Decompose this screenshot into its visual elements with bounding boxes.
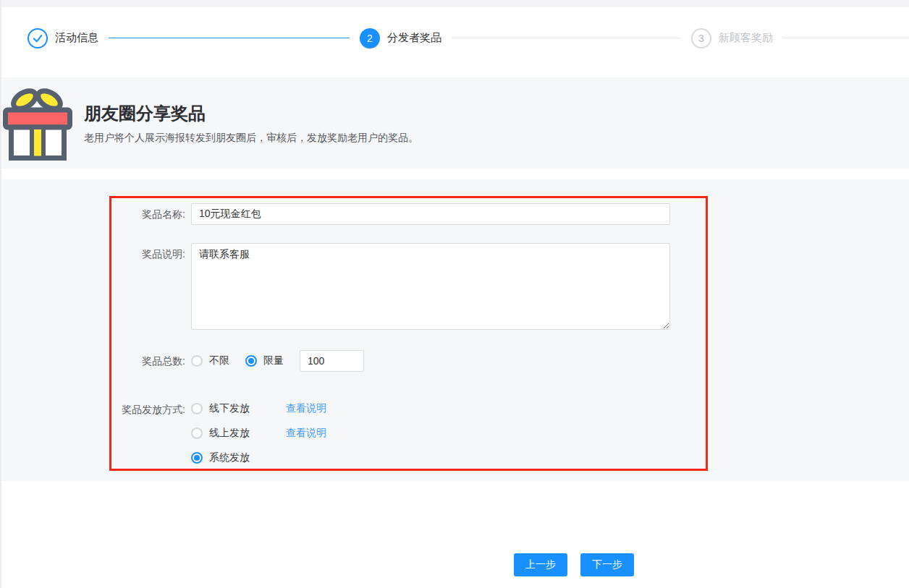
section-divider: [0, 169, 909, 179]
gift-icon: [3, 85, 72, 161]
next-step-button[interactable]: 下一步: [580, 553, 634, 576]
radio-label: 线上发放: [209, 427, 250, 440]
limit-quantity-input[interactable]: [300, 350, 364, 372]
prize-desc-textarea[interactable]: 请联系客服: [191, 243, 670, 330]
radio-option-unlimited[interactable]: 不限: [191, 354, 229, 367]
prize-desc-row: 奖品说明: 请联系客服: [111, 243, 706, 330]
prize-name-label: 奖品名称:: [111, 203, 185, 225]
radio-option-online[interactable]: 线上发放: [191, 427, 250, 440]
prize-total-row: 奖品总数: 不限 限量: [111, 350, 706, 372]
online-help-link[interactable]: 查看说明: [286, 427, 326, 440]
step-new-customer-reward: 3 新顾客奖励: [691, 28, 773, 48]
radio-checked-icon[interactable]: [245, 355, 257, 367]
step-active-circle: 2: [360, 28, 380, 48]
radio-label: 限量: [263, 354, 284, 367]
radio-icon[interactable]: [191, 427, 203, 439]
step-pending-circle: 3: [691, 28, 711, 48]
page-title: 朋友圈分享奖品: [84, 102, 418, 125]
radio-label: 不限: [209, 354, 229, 367]
highlighted-form-area: 奖品名称: 奖品说明: 请联系客服 奖品总数: 不限 限量: [109, 196, 708, 471]
delivery-option-online: 线上发放 查看说明: [191, 423, 326, 443]
step-activity-info: 活动信息: [28, 28, 98, 48]
delivery-method-label: 奖品发放方式:: [111, 399, 185, 420]
step-label: 分发者奖品: [387, 31, 441, 45]
step-connector-tail: [783, 38, 909, 38]
step-done-circle: [28, 28, 48, 48]
page-top-strip: [0, 0, 909, 7]
window-left-edge: [0, 0, 1, 588]
radio-icon[interactable]: [191, 403, 203, 414]
radio-label: 系统发放: [209, 451, 250, 464]
step-connector-done: [109, 38, 350, 38]
step-label: 活动信息: [55, 31, 98, 45]
offline-help-link[interactable]: 查看说明: [286, 402, 326, 415]
prev-step-button[interactable]: 上一步: [514, 553, 567, 576]
prize-name-input[interactable]: [191, 203, 670, 225]
radio-option-system[interactable]: 系统发放: [191, 451, 250, 464]
step-distributor-prize: 2 分发者奖品: [360, 28, 441, 48]
prize-total-label: 奖品总数:: [111, 350, 185, 372]
radio-option-limited[interactable]: 限量: [245, 354, 284, 367]
step-label: 新顾客奖励: [719, 31, 773, 45]
page-header: 朋友圈分享奖品 老用户将个人展示海报转发到朋友圈后，审核后，发放奖励老用户的奖品…: [0, 77, 909, 169]
delivery-option-system: 系统发放: [191, 448, 326, 468]
check-icon: [29, 28, 46, 48]
step-wizard: 活动信息 2 分发者奖品 3 新顾客奖励: [0, 7, 909, 77]
page-subtitle: 老用户将个人展示海报转发到朋友圈后，审核后，发放奖励老用户的奖品。: [84, 132, 418, 145]
radio-option-offline[interactable]: 线下发放: [191, 402, 250, 415]
delivery-method-row: 奖品发放方式: 线下发放 查看说明 线上发放 查看说明: [111, 399, 706, 472]
prize-form-section: 奖品名称: 奖品说明: 请联系客服 奖品总数: 不限 限量: [0, 179, 909, 481]
radio-checked-icon[interactable]: [191, 452, 203, 464]
delivery-option-offline: 线下发放 查看说明: [191, 399, 326, 419]
footer: 上一步 下一步: [0, 481, 909, 588]
radio-label: 线下发放: [209, 402, 250, 415]
radio-icon[interactable]: [191, 355, 203, 367]
step-connector-pending: [452, 38, 681, 38]
prize-desc-label: 奖品说明:: [111, 243, 185, 265]
prize-name-row: 奖品名称:: [111, 203, 706, 225]
